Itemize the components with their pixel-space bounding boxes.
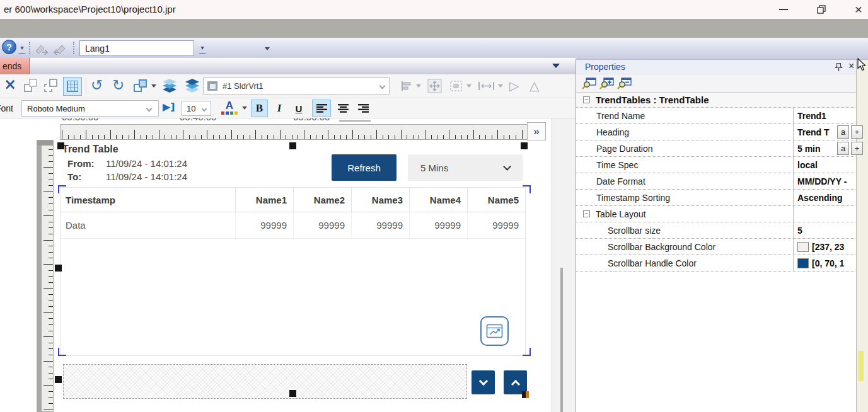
add-button[interactable]: + <box>851 142 863 155</box>
spacing-icon[interactable] <box>478 81 495 94</box>
canvas-vertical-scrollbar[interactable] <box>560 268 563 412</box>
property-collapse-icon[interactable] <box>616 77 632 92</box>
toolbar-overflow-icon[interactable]: ▾— <box>19 45 25 55</box>
selection-handle[interactable] <box>521 142 528 149</box>
close-icon: × <box>855 2 862 17</box>
scrollbar-placeholder[interactable] <box>63 364 467 399</box>
slide-selector[interactable]: #1 SldrVrt1 <box>203 77 390 94</box>
chevron-up-icon <box>511 379 519 388</box>
property-group-table-layout[interactable]: − Table Layout <box>576 206 857 222</box>
flip-vertical-icon[interactable]: △ <box>529 78 539 93</box>
property-value[interactable]: 5 <box>797 226 802 236</box>
attribute-button[interactable]: a <box>837 125 849 139</box>
close-button[interactable]: × <box>849 2 868 17</box>
font-toolbar: Font Roboto Medium ▶] 10 A B I U <box>0 98 576 118</box>
property-value[interactable]: 5 min <box>797 144 821 154</box>
toolbar-overflow-icon[interactable]: ▾— <box>199 45 205 55</box>
selection-handle[interactable] <box>289 390 296 397</box>
add-button[interactable]: + <box>851 125 863 139</box>
selection-handle[interactable] <box>57 142 64 149</box>
design-canvas[interactable]: 05:30:00 05:40:00 05:50:00 » Trend Table… <box>0 118 552 412</box>
underline-button[interactable]: U <box>291 100 307 117</box>
match-size-icon[interactable] <box>449 79 463 95</box>
property-row-timestamp-sorting[interactable]: Timestamp Sorting Ascending <box>576 190 857 206</box>
property-row-heading[interactable]: Heading Trend T a + <box>576 124 857 140</box>
tab-trends[interactable]: ends <box>0 58 30 74</box>
tab-list-dropdown-icon[interactable] <box>552 64 560 68</box>
toolbar-grip[interactable] <box>73 42 75 54</box>
resize-fit-icon[interactable] <box>427 79 442 96</box>
chart-window-icon <box>486 324 503 338</box>
property-rows: Trend Name Trend1 Heading Trend T a + Pa… <box>576 108 857 272</box>
property-row-page-duration[interactable]: Page Duration 5 min a + <box>576 140 857 157</box>
property-row-scrollbar-bg-color[interactable]: Scrollbar Background Color [237, 23 <box>576 239 857 255</box>
property-value[interactable]: Trend T <box>797 127 830 137</box>
flip-horizontal-icon[interactable]: ▷ <box>509 78 519 93</box>
close-panel-button[interactable]: × <box>848 60 854 72</box>
object-header-row[interactable]: − TrendTables : TrendTable <box>576 92 857 108</box>
chevron-down-icon[interactable] <box>151 84 156 88</box>
property-value[interactable]: Ascending <box>797 193 843 203</box>
layers-front-icon[interactable] <box>160 79 179 96</box>
toolbar-grip[interactable] <box>29 42 31 54</box>
grid-toggle-button[interactable] <box>63 77 82 96</box>
chevron-down-icon[interactable] <box>466 84 472 88</box>
align-center-button[interactable] <box>333 100 352 117</box>
font-family-select[interactable]: Roboto Medium <box>21 100 159 117</box>
chevron-down-icon[interactable] <box>498 84 503 88</box>
font-color-button[interactable]: A <box>219 100 240 117</box>
property-value[interactable]: [237, 23 <box>812 242 844 252</box>
refresh-button[interactable]: Refresh <box>332 154 396 181</box>
italic-button[interactable]: I <box>272 100 287 117</box>
selection-handle[interactable] <box>289 142 296 149</box>
attribute-button[interactable]: a <box>837 142 849 155</box>
scroll-down-button[interactable] <box>472 370 495 394</box>
cell-value: 99999 <box>318 220 345 231</box>
align-objects-icon[interactable] <box>401 81 412 94</box>
indent-icon[interactable]: ▶] <box>163 101 175 113</box>
layers-back-icon[interactable] <box>183 79 202 96</box>
collapse-icon[interactable]: − <box>583 96 590 103</box>
time-label: 05:50:00 <box>293 118 330 122</box>
property-row-time-spec[interactable]: Time Spec local <box>576 157 857 173</box>
property-value[interactable]: Trend1 <box>797 111 826 121</box>
property-row-date-format[interactable]: Date Format MM/DD/YY - <box>576 173 857 190</box>
property-row-scrollbar-handle-color[interactable]: Scrollbar Handle Color [0, 70, 1 <box>576 255 857 272</box>
property-value[interactable]: local <box>797 160 818 170</box>
help-button[interactable]: ? <box>2 40 16 54</box>
color-swatch[interactable] <box>797 258 809 268</box>
font-size-select[interactable]: 10 <box>182 101 211 116</box>
pin-icon[interactable] <box>835 62 843 74</box>
widget-title: Trend Table <box>62 144 119 155</box>
rotate-cw-icon[interactable]: ↻ <box>112 77 124 93</box>
chevron-down-icon[interactable] <box>242 106 247 110</box>
property-view-icon[interactable] <box>581 77 597 92</box>
chart-popup-button[interactable] <box>480 316 509 346</box>
minimize-button[interactable] <box>774 2 793 17</box>
restore-button[interactable] <box>812 2 831 17</box>
selection-handle[interactable] <box>55 265 62 272</box>
ungroup-icon[interactable] <box>44 79 59 94</box>
property-value[interactable]: MM/DD/YY - <box>797 176 847 186</box>
ruler-more-button[interactable]: » <box>527 122 546 140</box>
group-icon[interactable] <box>24 79 39 94</box>
property-row-trend-name[interactable]: Trend Name Trend1 <box>576 108 857 124</box>
selection-anchor-handle[interactable] <box>522 391 529 398</box>
selection-handle[interactable] <box>55 376 62 383</box>
color-swatch[interactable] <box>797 242 809 252</box>
property-row-scrollbar-size[interactable]: Scrollbar size 5 <box>576 222 857 239</box>
rotate-ccw-icon[interactable]: ↺ <box>91 77 103 93</box>
align-right-button[interactable] <box>354 100 373 117</box>
property-expand-icon[interactable] <box>599 77 615 92</box>
property-value[interactable]: [0, 70, 1 <box>812 258 844 268</box>
collapse-icon[interactable]: − <box>583 210 590 217</box>
duplicate-icon[interactable] <box>134 79 148 93</box>
bold-button[interactable]: B <box>251 100 268 117</box>
collapsed-side-strip[interactable] <box>856 60 868 412</box>
interval-select[interactable]: 5 Mins <box>408 154 523 181</box>
align-left-button[interactable] <box>312 100 331 117</box>
chevron-down-icon[interactable] <box>416 84 421 88</box>
delete-icon[interactable]: × <box>4 76 16 93</box>
language-select[interactable]: Lang1 <box>79 40 194 56</box>
selection-bracket <box>523 348 531 356</box>
